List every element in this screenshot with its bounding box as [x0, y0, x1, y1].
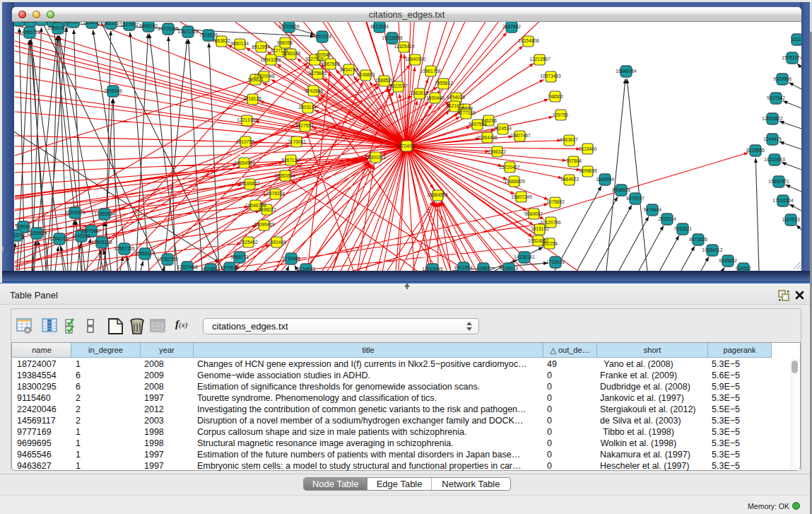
- svg-text:12323468: 12323468: [177, 264, 198, 269]
- svg-text:957864: 957864: [566, 158, 582, 163]
- svg-text:9464923: 9464923: [560, 177, 579, 182]
- svg-text:17359934: 17359934: [94, 211, 115, 216]
- svg-text:20691406: 20691406: [47, 25, 69, 30]
- svg-text:9465771: 9465771: [230, 255, 249, 259]
- svg-text:2889134: 2889134: [21, 22, 40, 23]
- svg-text:14055713: 14055713: [19, 30, 40, 35]
- svg-text:10120746: 10120746: [540, 220, 561, 225]
- svg-text:9777169: 9777169: [457, 110, 476, 115]
- svg-text:9242848: 9242848: [305, 88, 323, 93]
- svg-text:1588520: 1588520: [375, 78, 394, 83]
- svg-text:10719155: 10719155: [158, 26, 179, 31]
- svg-text:8979635: 8979635: [220, 265, 239, 270]
- svg-text:2687682: 2687682: [502, 24, 521, 29]
- svg-text:10654112: 10654112: [702, 247, 723, 252]
- svg-text:12213967: 12213967: [529, 57, 551, 62]
- svg-text:17016504: 17016504: [772, 198, 794, 203]
- svg-text:16648784: 16648784: [616, 69, 637, 74]
- svg-text:16033809: 16033809: [278, 24, 300, 29]
- svg-text:14099469: 14099469: [254, 222, 275, 227]
- svg-text:25300293: 25300293: [365, 155, 386, 160]
- svg-text:19654983: 19654983: [234, 160, 255, 165]
- svg-text:746266: 746266: [481, 118, 497, 123]
- svg-text:10654: 10654: [477, 266, 490, 271]
- svg-text:996058: 996058: [277, 40, 293, 45]
- svg-text:10671355: 10671355: [177, 29, 199, 34]
- svg-text:1362615: 1362615: [410, 90, 428, 95]
- svg-text:10807487: 10807487: [510, 133, 531, 138]
- svg-text:9329966: 9329966: [773, 76, 792, 81]
- svg-text:18724007: 18724007: [396, 144, 417, 148]
- svg-text:18640910: 18640910: [405, 57, 426, 62]
- svg-text:1853257: 1853257: [83, 22, 101, 25]
- svg-text:15751074: 15751074: [782, 55, 801, 60]
- svg-text:14136141: 14136141: [514, 255, 535, 259]
- svg-text:11325419: 11325419: [394, 44, 415, 49]
- svg-text:9860124: 9860124: [230, 41, 249, 46]
- svg-text:8471626: 8471626: [689, 237, 707, 242]
- svg-text:7955812: 7955812: [435, 81, 453, 86]
- svg-text:10958107: 10958107: [134, 251, 155, 256]
- svg-text:10975887: 10975887: [81, 228, 102, 233]
- svg-text:989621: 989621: [248, 77, 264, 82]
- svg-text:20206576: 20206576: [64, 210, 86, 215]
- svg-text:9227342: 9227342: [767, 95, 785, 100]
- svg-text:1075692: 1075692: [546, 199, 565, 204]
- svg-text:9463627: 9463627: [560, 137, 578, 142]
- svg-text:935061: 935061: [16, 224, 31, 229]
- svg-text:12942757: 12942757: [49, 236, 70, 241]
- svg-text:8427552: 8427552: [295, 123, 314, 128]
- svg-text:7986322: 7986322: [488, 149, 506, 154]
- svg-text:8267130: 8267130: [281, 158, 300, 163]
- svg-text:8454749: 8454749: [340, 67, 358, 72]
- svg-text:10688609: 10688609: [504, 179, 525, 184]
- svg-text:9699695: 9699695: [579, 168, 597, 173]
- svg-text:8578334: 8578334: [266, 191, 285, 196]
- svg-text:16543362: 16543362: [260, 57, 281, 62]
- svg-text:2170061: 2170061: [288, 139, 306, 144]
- svg-text:18807249: 18807249: [511, 194, 532, 199]
- svg-text:8322037: 8322037: [389, 83, 408, 88]
- svg-text:129753: 129753: [553, 112, 568, 117]
- svg-text:11156829: 11156829: [27, 230, 47, 235]
- svg-text:12353594: 12353594: [274, 173, 295, 178]
- svg-text:9716485: 9716485: [282, 256, 300, 261]
- svg-text:1010755: 1010755: [236, 139, 254, 144]
- svg-text:15720407: 15720407: [499, 165, 520, 170]
- svg-text:6794028: 6794028: [447, 95, 465, 100]
- svg-text:3624534: 3624534: [493, 126, 512, 131]
- svg-text:748500: 748500: [548, 94, 563, 99]
- svg-text:9024502: 9024502: [201, 267, 220, 271]
- svg-text:2718126: 2718126: [243, 96, 261, 101]
- svg-text:7663822: 7663822: [212, 38, 230, 43]
- svg-text:1167533: 1167533: [782, 217, 800, 222]
- svg-text:8912354: 8912354: [454, 265, 473, 270]
- svg-text:1815152: 1815152: [531, 226, 549, 231]
- svg-text:9245652: 9245652: [719, 258, 737, 263]
- svg-text:12093822: 12093822: [762, 116, 783, 121]
- svg-text:9146821: 9146821: [357, 72, 375, 77]
- svg-text:8186328: 8186328: [282, 51, 300, 56]
- svg-text:120546: 120546: [315, 52, 331, 57]
- svg-text:1733426: 1733426: [546, 259, 565, 264]
- svg-text:10961758: 10961758: [420, 69, 441, 74]
- svg-text:1640954: 1640954: [596, 177, 614, 182]
- svg-text:12213369: 12213369: [237, 117, 258, 122]
- svg-text:1691448: 1691448: [268, 240, 286, 245]
- svg-text:9115460: 9115460: [579, 146, 597, 151]
- svg-text:252254: 252254: [542, 241, 558, 246]
- svg-text:9327505: 9327505: [305, 57, 324, 62]
- svg-text:9134543: 9134543: [297, 267, 315, 271]
- svg-text:16782759: 16782759: [157, 257, 178, 262]
- svg-text:6466160: 6466160: [139, 23, 158, 28]
- svg-text:7632621: 7632621: [673, 226, 692, 231]
- svg-text:2803144: 2803144: [298, 105, 317, 110]
- svg-text:3875685: 3875685: [308, 71, 326, 76]
- svg-text:10853257: 10853257: [100, 22, 122, 25]
- svg-text:12505135: 12505135: [91, 240, 112, 245]
- svg-text:2935114: 2935114: [658, 216, 676, 221]
- svg-text:8912954: 8912954: [252, 45, 270, 49]
- svg-text:9474444: 9474444: [643, 207, 661, 212]
- svg-text:9245013: 9245013: [500, 266, 518, 271]
- svg-text:6479197: 6479197: [626, 196, 645, 201]
